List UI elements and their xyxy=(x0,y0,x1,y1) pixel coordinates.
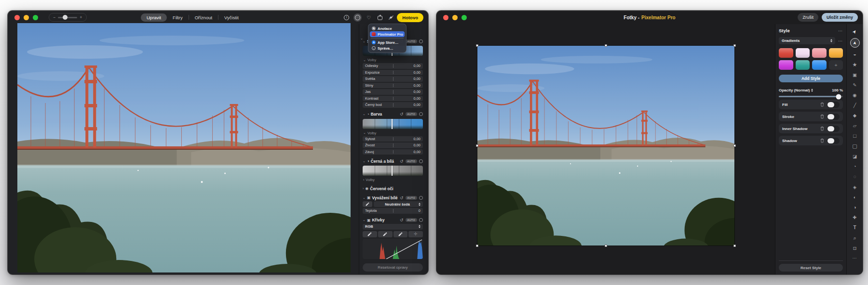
tab-filtry[interactable]: Filtry xyxy=(167,13,189,22)
repair-tool[interactable]: ✚ xyxy=(851,214,859,221)
section-toggle-icon[interactable] xyxy=(419,112,423,116)
color-fill-tool[interactable]: ◆ xyxy=(851,112,859,119)
color-options-toggle[interactable]: ⌄Volby xyxy=(363,131,423,135)
zoom-in-icon[interactable]: + xyxy=(80,15,82,20)
delete-effect-button[interactable] xyxy=(820,102,824,107)
curves-histogram[interactable] xyxy=(363,239,423,259)
tab-upravit[interactable]: Upravit xyxy=(141,13,167,22)
section-wb-header[interactable]: ⌄ ▣ Vyvážení bílé ↺ AUTO xyxy=(363,194,423,201)
selection-handle-bottom-right[interactable] xyxy=(733,245,736,247)
info-button[interactable]: i xyxy=(342,13,351,22)
slider-row-odlesky[interactable]: Odlesky0,00 xyxy=(363,63,423,69)
reset-section-icon[interactable]: ↺ xyxy=(400,112,404,117)
editor-canvas[interactable] xyxy=(436,24,775,274)
tab-oriznout[interactable]: Oříznout xyxy=(189,13,218,22)
effects-tool[interactable]: ★ xyxy=(851,61,859,68)
selection-handle-top-left[interactable] xyxy=(476,44,478,47)
color-adjust-tool[interactable]: ◒ xyxy=(851,51,859,58)
curves-white-point-dropper[interactable] xyxy=(393,231,408,237)
reset-section-icon[interactable]: ↺ xyxy=(400,195,404,200)
photo-canvas[interactable] xyxy=(17,23,351,272)
curves-black-point-dropper[interactable] xyxy=(363,231,377,237)
stroke-toggle[interactable] xyxy=(827,114,840,120)
favorite-button[interactable]: ♡ xyxy=(365,13,373,22)
rounded-rect-shape-tool[interactable]: ▢ xyxy=(851,142,859,150)
wb-eyedropper-button[interactable] xyxy=(363,201,372,207)
swatch-teal[interactable] xyxy=(796,60,810,70)
style-tool[interactable]: ➤ xyxy=(850,38,860,48)
crop-tool[interactable]: ⊡ xyxy=(851,245,859,252)
section-color-header[interactable]: ⌄ ◔ Barva ↺ AUTO xyxy=(363,111,423,118)
zoom-out-icon[interactable]: − xyxy=(53,15,55,20)
curves-gray-point-dropper[interactable] xyxy=(378,231,393,237)
zoom-tool[interactable]: ⌕ xyxy=(851,234,859,242)
sharpen-tool[interactable]: ◈ xyxy=(851,183,859,191)
delete-effect-button[interactable] xyxy=(820,138,824,143)
blur-tool[interactable]: ◌ xyxy=(851,173,859,181)
delete-effect-button[interactable] xyxy=(820,114,824,119)
slider-row-cerny-bod[interactable]: Černý bod0,00 xyxy=(363,102,423,108)
section-toggle-icon[interactable] xyxy=(419,218,423,222)
delete-effect-button[interactable] xyxy=(820,126,824,131)
more-options-icon[interactable]: ⋯ xyxy=(838,28,843,33)
effect-row-inner-shadow[interactable]: Inner Shadow xyxy=(779,124,843,133)
fullscreen-button[interactable] xyxy=(33,15,38,20)
done-button[interactable]: Hotovo xyxy=(397,13,423,22)
selection-handle-bottom[interactable] xyxy=(605,245,607,247)
fullscreen-button[interactable] xyxy=(461,15,467,20)
swatch-red[interactable] xyxy=(779,48,793,58)
reset-section-icon[interactable]: ↺ xyxy=(400,218,404,222)
swatch-pale-pink[interactable] xyxy=(796,48,810,58)
section-redeye-header[interactable]: › ◉ Červené oči xyxy=(363,185,423,192)
move-tool[interactable]: ➤ xyxy=(851,28,859,35)
slider-row-sytost[interactable]: Sytost0,00 xyxy=(363,136,423,142)
menu-item-app-store[interactable]: A App Store… xyxy=(370,39,405,45)
wb-mode-dropdown[interactable]: Neutrální šedá xyxy=(374,201,423,207)
light-options-toggle[interactable]: ⌄Volby xyxy=(363,58,423,62)
slider-row-stiny[interactable]: Stíny0,00 xyxy=(363,83,423,89)
add-swatch-button[interactable]: ＋ xyxy=(829,60,843,70)
minimize-button[interactable] xyxy=(452,15,458,20)
opacity-slider[interactable] xyxy=(779,96,843,97)
dodge-tool[interactable]: ◐ xyxy=(851,194,859,201)
presets-more-icon[interactable]: ⋯ xyxy=(838,39,843,43)
slider-row-zavoj[interactable]: Závoj0,00 xyxy=(363,149,423,155)
menu-item-pixelmator-pro[interactable]: Pixelmator Pro xyxy=(370,31,405,37)
fill-toggle[interactable] xyxy=(827,102,840,108)
quick-select-tool[interactable]: ✎ xyxy=(851,81,859,89)
opacity-slider-knob[interactable] xyxy=(836,94,841,99)
zoom-slider-track[interactable] xyxy=(58,17,77,18)
selection-handle-right[interactable] xyxy=(733,144,736,147)
swatch-blue[interactable] xyxy=(812,60,827,70)
shadow-toggle[interactable] xyxy=(827,138,840,144)
slider-row-zivost[interactable]: Živost0,00 xyxy=(363,142,423,148)
smart-select-tool[interactable]: ◉ xyxy=(851,91,859,99)
tab-vycistit[interactable]: Vyčistit xyxy=(218,13,244,22)
selection-handle-top-right[interactable] xyxy=(733,44,736,47)
menu-item-sprava[interactable]: ⌄ Správa… xyxy=(370,45,405,51)
auto-button[interactable]: AUTO xyxy=(406,39,417,43)
auto-button[interactable]: AUTO xyxy=(406,159,417,163)
minimize-button[interactable] xyxy=(24,15,29,20)
extensions-button[interactable]: ··· xyxy=(353,13,362,22)
selection-handle-top[interactable] xyxy=(605,44,607,47)
swatch-magenta[interactable] xyxy=(779,60,793,70)
swatch-amber[interactable] xyxy=(829,48,843,58)
reset-section-icon[interactable]: ↺ xyxy=(400,159,404,164)
clone-tool[interactable]: ◔ xyxy=(851,163,859,170)
effect-row-fill[interactable]: Fill xyxy=(779,100,843,109)
auto-button[interactable]: AUTO xyxy=(406,112,417,116)
curves-channel-dropdown[interactable]: RGB xyxy=(363,224,423,230)
close-button[interactable] xyxy=(14,15,20,20)
rect-shape-tool[interactable]: □ xyxy=(851,132,859,140)
effect-row-shadow[interactable]: Shadow xyxy=(779,136,843,145)
auto-button[interactable]: AUTO xyxy=(406,218,417,222)
paint-tool[interactable]: ╱ xyxy=(851,102,859,109)
effect-row-stroke[interactable]: Stroke xyxy=(779,112,843,121)
auto-enhance-button[interactable]: ✦ xyxy=(387,13,395,22)
slider-row-jas[interactable]: Jas0,00 xyxy=(363,89,423,95)
menu-item-anotace[interactable]: ✎ Anotace xyxy=(370,26,405,31)
swatch-salmon[interactable] xyxy=(812,48,827,58)
slider-row-kontrast[interactable]: Kontrast0,00 xyxy=(363,96,423,102)
updown-arrows-icon[interactable] xyxy=(811,89,813,92)
